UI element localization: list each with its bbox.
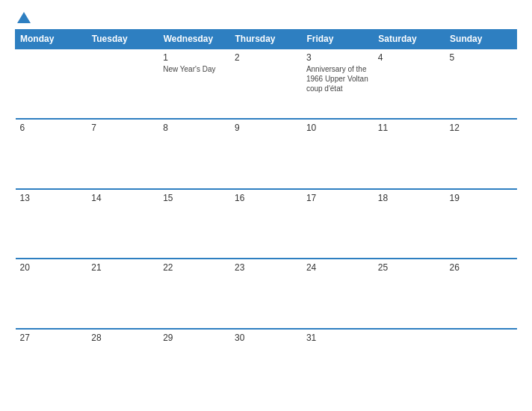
weekday-header-monday: Monday	[16, 30, 87, 49]
calendar-day-cell: 7	[87, 119, 158, 189]
day-number: 5	[450, 52, 513, 63]
calendar-day-cell: 17	[302, 189, 374, 259]
holiday-text: Anniversary of the 1966 Upper Voltan cou…	[306, 65, 368, 93]
holiday-text: New Year's Day	[163, 65, 215, 73]
calendar-day-cell: 15	[158, 189, 230, 259]
calendar-day-cell: 11	[374, 119, 445, 189]
calendar-day-cell: 27	[16, 329, 87, 399]
calendar-table: MondayTuesdayWednesdayThursdayFridaySatu…	[15, 29, 517, 399]
weekday-header-row: MondayTuesdayWednesdayThursdayFridaySatu…	[16, 30, 517, 49]
day-number: 9	[235, 123, 297, 133]
day-number: 23	[235, 262, 297, 273]
weekday-header-saturday: Saturday	[374, 30, 445, 49]
calendar-day-cell: 3Anniversary of the 1966 Upper Voltan co…	[302, 49, 374, 119]
day-number: 25	[378, 262, 441, 273]
day-number: 6	[20, 123, 83, 133]
calendar-day-cell: 22	[158, 259, 230, 329]
day-number: 7	[91, 123, 154, 133]
day-number: 20	[20, 262, 83, 273]
day-number: 11	[378, 123, 441, 133]
day-number: 19	[450, 193, 513, 203]
weekday-header-wednesday: Wednesday	[158, 30, 230, 49]
day-number: 8	[163, 123, 226, 133]
calendar-day-cell: 13	[16, 189, 87, 259]
calendar-day-cell	[445, 329, 517, 399]
calendar-day-cell: 14	[87, 189, 158, 259]
calendar-day-cell: 4	[374, 49, 445, 119]
day-number: 21	[91, 262, 154, 273]
day-number: 31	[306, 333, 369, 343]
weekday-header-tuesday: Tuesday	[87, 30, 158, 49]
calendar-week-row: 13141516171819	[16, 189, 517, 259]
calendar-week-row: 6789101112	[16, 119, 517, 189]
calendar-day-cell: 28	[87, 329, 158, 399]
calendar-day-cell	[16, 49, 87, 119]
calendar-week-row: 20212223242526	[16, 259, 517, 329]
calendar-day-cell: 16	[230, 189, 302, 259]
logo-triangle-icon	[17, 12, 31, 23]
calendar-day-cell: 29	[158, 329, 230, 399]
calendar-body: 1New Year's Day23Anniversary of the 1966…	[16, 49, 517, 399]
calendar-day-cell: 1New Year's Day	[158, 49, 230, 119]
calendar-day-cell: 21	[87, 259, 158, 329]
calendar-header: MondayTuesdayWednesdayThursdayFridaySatu…	[16, 30, 517, 49]
day-number: 22	[163, 262, 226, 273]
day-number: 27	[20, 333, 83, 343]
calendar-day-cell: 20	[16, 259, 87, 329]
calendar-day-cell: 10	[302, 119, 374, 189]
day-number: 2	[235, 52, 297, 63]
calendar-day-cell: 6	[16, 119, 87, 189]
calendar-day-cell	[374, 329, 445, 399]
logo-blue-text	[15, 12, 31, 23]
day-number: 15	[163, 193, 226, 203]
day-number: 18	[378, 193, 441, 203]
day-number: 17	[306, 193, 369, 203]
day-number: 14	[91, 193, 154, 203]
calendar-day-cell: 5	[445, 49, 517, 119]
calendar-day-cell: 26	[445, 259, 517, 329]
weekday-header-friday: Friday	[302, 30, 374, 49]
calendar-day-cell: 12	[445, 119, 517, 189]
day-number: 30	[235, 333, 297, 343]
calendar-day-cell: 25	[374, 259, 445, 329]
day-number: 26	[450, 262, 513, 273]
calendar-day-cell: 24	[302, 259, 374, 329]
calendar-day-cell	[87, 49, 158, 119]
day-number: 13	[20, 193, 83, 203]
calendar-day-cell: 23	[230, 259, 302, 329]
day-number: 1	[163, 52, 226, 63]
day-number: 24	[306, 262, 369, 273]
logo	[15, 12, 31, 23]
calendar-day-cell: 30	[230, 329, 302, 399]
calendar-day-cell: 8	[158, 119, 230, 189]
day-number: 3	[306, 52, 369, 63]
calendar-day-cell: 2	[230, 49, 302, 119]
calendar-day-cell: 18	[374, 189, 445, 259]
page-header	[15, 12, 517, 23]
calendar-week-row: 2728293031	[16, 329, 517, 399]
day-number: 16	[235, 193, 297, 203]
weekday-header-thursday: Thursday	[230, 30, 302, 49]
weekday-header-sunday: Sunday	[445, 30, 517, 49]
calendar-day-cell: 9	[230, 119, 302, 189]
day-number: 10	[306, 123, 369, 133]
day-number: 4	[378, 52, 441, 63]
day-number: 29	[163, 333, 226, 343]
day-number: 12	[450, 123, 513, 133]
day-number: 28	[91, 333, 154, 343]
calendar-day-cell: 19	[445, 189, 517, 259]
calendar-week-row: 1New Year's Day23Anniversary of the 1966…	[16, 49, 517, 119]
calendar-day-cell: 31	[302, 329, 374, 399]
